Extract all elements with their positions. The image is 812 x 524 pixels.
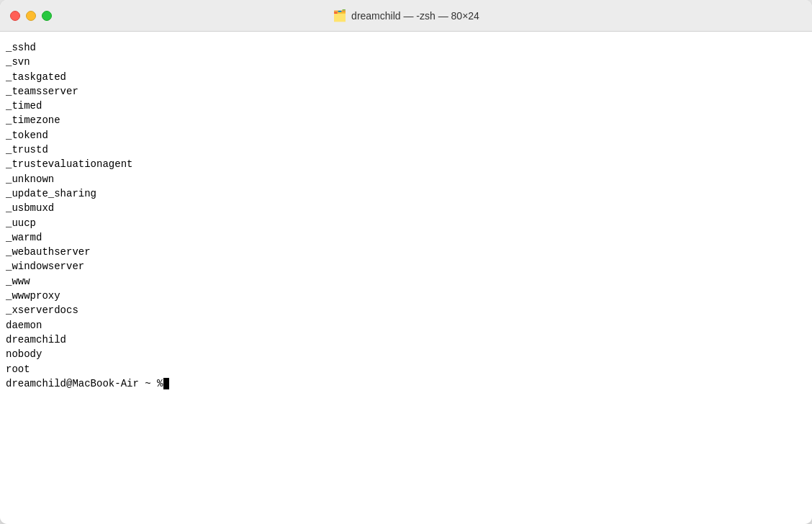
terminal-line: _uucp bbox=[6, 216, 806, 230]
terminal-line: _xserverdocs bbox=[6, 303, 806, 317]
terminal-window: 🗂️ dreamchild — -zsh — 80×24 _sshd_svn_t… bbox=[0, 0, 812, 524]
terminal-line: _usbmuxd bbox=[6, 201, 806, 215]
terminal-line: _wwwproxy bbox=[6, 289, 806, 303]
title-icon: 🗂️ bbox=[333, 9, 347, 22]
terminal-line: _trustevaluationagent bbox=[6, 157, 806, 171]
terminal-line: nobody bbox=[6, 347, 806, 361]
terminal-line: _webauthserver bbox=[6, 245, 806, 259]
terminal-line: _teamsserver bbox=[6, 84, 806, 99]
prompt-text: dreamchild@MacBook-Air ~ % bbox=[6, 376, 163, 391]
terminal-line: _timed bbox=[6, 99, 806, 113]
prompt-line: dreamchild@MacBook-Air ~ % bbox=[6, 376, 806, 391]
terminal-line: _timezone bbox=[6, 113, 806, 127]
title-label: dreamchild — -zsh — 80×24 bbox=[351, 10, 479, 22]
terminal-line: _tokend bbox=[6, 128, 806, 143]
terminal-line: _svn bbox=[6, 55, 806, 69]
terminal-body[interactable]: _sshd_svn_taskgated_teamsserver_timed_ti… bbox=[0, 32, 812, 524]
terminal-line: _taskgated bbox=[6, 70, 806, 84]
terminal-line: _trustd bbox=[6, 143, 806, 157]
close-button[interactable] bbox=[10, 11, 20, 21]
terminal-line: _update_sharing bbox=[6, 186, 806, 201]
terminal-line: daemon bbox=[6, 318, 806, 333]
terminal-line: _windowserver bbox=[6, 259, 806, 274]
terminal-line: _sshd bbox=[6, 40, 806, 55]
title-bar: 🗂️ dreamchild — -zsh — 80×24 bbox=[0, 0, 812, 32]
window-title: 🗂️ dreamchild — -zsh — 80×24 bbox=[333, 9, 479, 22]
terminal-line: _warmd bbox=[6, 230, 806, 245]
terminal-line: _unknown bbox=[6, 172, 806, 186]
terminal-line: dreamchild bbox=[6, 333, 806, 347]
maximize-button[interactable] bbox=[42, 11, 52, 21]
terminal-line: _www bbox=[6, 274, 806, 289]
minimize-button[interactable] bbox=[26, 11, 36, 21]
terminal-cursor bbox=[163, 378, 169, 389]
traffic-lights bbox=[10, 11, 52, 21]
terminal-line: root bbox=[6, 362, 806, 376]
